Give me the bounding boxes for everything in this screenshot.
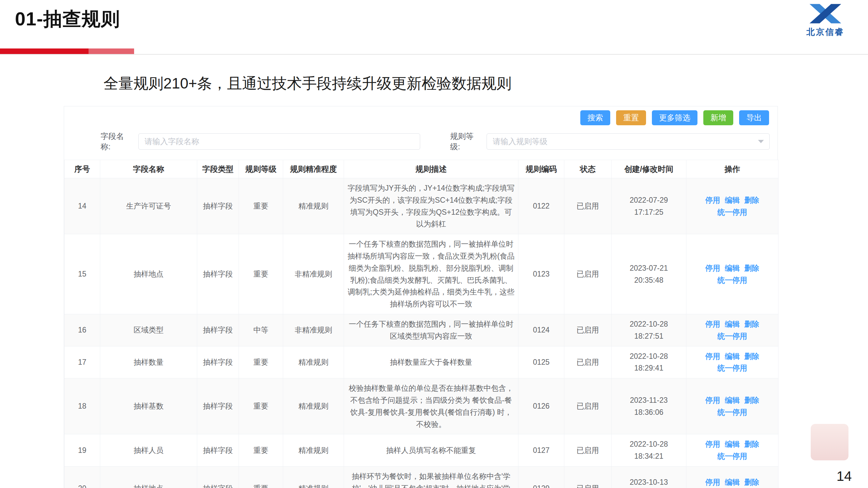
action-link[interactable]: 删除 [744,396,759,404]
cell-time: 2023-10-13 17:07:24 [612,466,686,488]
table-row: 19抽样人员抽样字段重要精准规则抽样人员填写名称不能重复0127已启用2022-… [64,434,778,466]
action-link[interactable]: 删除 [744,320,759,328]
rule-level-label: 规则等级: [450,131,482,152]
table-row: 14生产许可证号抽样字段重要精准规则字段填写为JY开头的，JY+14位数字构成;… [64,178,778,234]
more-filter-button[interactable]: 更多筛选 [652,110,698,125]
action-link[interactable]: 统一停用 [717,364,747,372]
cell-type: 抽样字段 [197,378,239,434]
action-link[interactable]: 停用 [705,264,720,272]
action-link[interactable]: 编辑 [725,396,740,404]
action-link[interactable]: 停用 [705,440,720,448]
cell-seq: 15 [64,234,100,314]
action-link[interactable]: 停用 [705,320,720,328]
action-link[interactable]: 停用 [705,478,720,486]
column-header: 序号 [64,160,100,178]
cell-actions: 停用编辑删除统一停用 [686,378,778,434]
field-name-label: 字段名称: [100,131,134,152]
table-row: 17抽样数量抽样字段重要精准规则抽样数量应大于备样数量0125已启用2022-1… [64,346,778,378]
action-link[interactable]: 编辑 [725,196,740,204]
action-link[interactable]: 停用 [705,396,720,404]
action-link[interactable]: 停用 [705,196,720,204]
cell-time: 2023-11-23 18:36:06 [612,378,686,434]
cell-seq: 20 [64,466,100,488]
cell-desc: 一个任务下核查的数据范围内，同一被抽样单位时抽样场所填写内容应一致，食品次亚类为… [344,234,519,314]
cell-type: 抽样字段 [197,234,239,314]
action-link[interactable]: 编辑 [725,320,740,328]
column-header: 规则编码 [519,160,564,178]
cell-desc: 抽样环节为餐饮时，如果被抽样单位名称中含'学校'、'幼儿园'且不包含'超市'时，… [344,466,519,488]
slide-subtitle: 全量规则210+条，且通过技术手段持续升级更新检验数据规则 [103,73,512,94]
cell-desc: 字段填写为JY开头的，JY+14位数字构成;字段填写为SC开头的，该字段应为SC… [344,178,519,234]
cell-precision: 非精准规则 [283,314,344,346]
cell-precision: 精准规则 [283,466,344,488]
cell-precision: 精准规则 [283,346,344,378]
column-header: 规则描述 [344,160,519,178]
logo-text: 北京信睿 [806,26,844,38]
column-header: 规则等级 [239,160,283,178]
cell-desc: 抽样人员填写名称不能重复 [344,434,519,466]
filter-bar: 字段名称: 规则等级: [64,129,777,160]
cell-actions: 停用编辑删除统一停用 [686,178,778,234]
company-logo: 北京信睿 [801,3,850,38]
action-link[interactable]: 删除 [744,264,759,272]
cell-code: 0127 [519,434,564,466]
toolbar: 搜索 重置 更多筛选 新增 导出 [64,106,777,129]
action-link[interactable]: 编辑 [725,352,740,360]
action-link[interactable]: 编辑 [725,440,740,448]
add-button[interactable]: 新增 [703,110,733,125]
cell-time: 2022-10-28 18:27:51 [612,314,686,346]
cell-level: 重要 [239,234,283,314]
slide-page-number: 14 [836,468,852,484]
reset-button[interactable]: 重置 [616,110,646,125]
cell-field: 抽样地点 [100,234,197,314]
cell-seq: 14 [64,178,100,234]
action-link[interactable]: 编辑 [725,478,740,486]
action-link[interactable]: 统一停用 [717,276,747,284]
cell-level: 重要 [239,346,283,378]
action-link[interactable]: 统一停用 [717,452,747,460]
field-name-filter: 字段名称: [100,131,420,152]
cell-level: 重要 [239,178,283,234]
search-button[interactable]: 搜索 [580,110,610,125]
cell-code: 0125 [519,346,564,378]
cell-seq: 16 [64,314,100,346]
cell-code: 0129 [519,466,564,488]
cell-type: 抽样字段 [197,178,239,234]
action-link[interactable]: 删除 [744,478,759,486]
chevron-down-icon [758,140,764,143]
table-row: 18抽样基数抽样字段重要精准规则校验抽样数量单位的单位是否在抽样基数中包含，不包… [64,378,778,434]
header-divider [0,54,868,55]
action-link[interactable]: 统一停用 [717,208,747,216]
table-header-row: 序号字段名称字段类型规则等级规则精准程度规则描述规则编码状态创建/修改时间操作 [64,160,778,178]
cell-desc: 抽样数量应大于备样数量 [344,346,519,378]
cell-field: 抽样基数 [100,378,197,434]
cell-status: 已启用 [564,434,612,466]
field-name-input[interactable] [138,133,420,150]
rules-table: 序号字段名称字段类型规则等级规则精准程度规则描述规则编码状态创建/修改时间操作 … [64,160,778,488]
cell-status: 已启用 [564,378,612,434]
cell-field: 抽样数量 [100,346,197,378]
action-link[interactable]: 删除 [744,352,759,360]
action-link[interactable]: 统一停用 [717,408,747,416]
action-link[interactable]: 删除 [744,440,759,448]
cell-type: 抽样字段 [197,314,239,346]
cell-code: 0122 [519,178,564,234]
action-link[interactable]: 删除 [744,196,759,204]
column-header: 规则精准程度 [283,160,344,178]
cell-actions: 停用编辑删除统一停用 [686,466,778,488]
cell-status: 已启用 [564,178,612,234]
rule-level-select[interactable] [487,133,770,150]
action-link[interactable]: 停用 [705,352,720,360]
action-link[interactable]: 统一停用 [717,332,747,340]
column-header: 操作 [686,160,778,178]
table-row: 20抽样地点抽样字段重要精准规则抽样环节为餐饮时，如果被抽样单位名称中含'学校'… [64,466,778,488]
export-button[interactable]: 导出 [739,110,769,125]
corner-sticker [811,424,848,460]
cell-status: 已启用 [564,314,612,346]
cell-status: 已启用 [564,346,612,378]
table-body: 14生产许可证号抽样字段重要精准规则字段填写为JY开头的，JY+14位数字构成;… [64,178,778,488]
cell-actions: 停用编辑删除统一停用 [686,314,778,346]
action-link[interactable]: 编辑 [725,264,740,272]
cell-status: 已启用 [564,466,612,488]
column-header: 字段名称 [100,160,197,178]
